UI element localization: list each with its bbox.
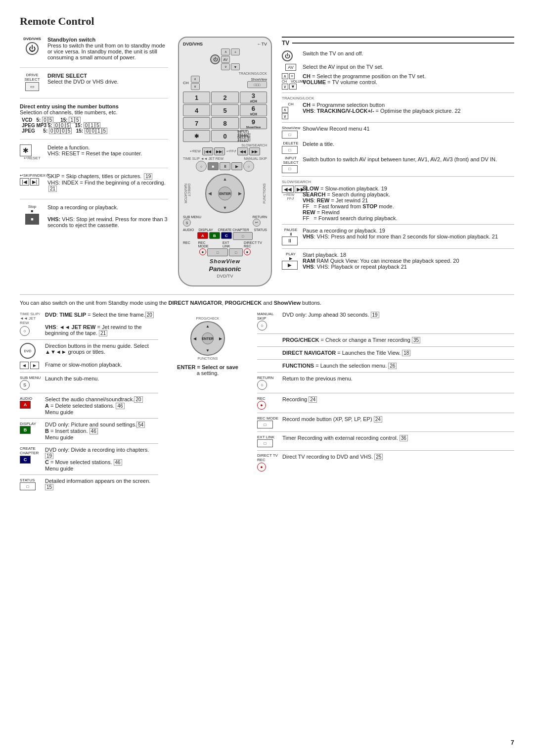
bottom-nav-up[interactable]: ▲	[206, 324, 210, 329]
tv-av-icon: AV	[285, 64, 296, 71]
remote-timeslip-btn[interactable]: ○	[196, 161, 207, 172]
number-buttons-section: Direct entry using the number buttons Se…	[20, 103, 168, 140]
remote-nav-up[interactable]: ▲	[223, 177, 227, 182]
remote-display-btn[interactable]: B	[209, 232, 220, 239]
remote-status-btn[interactable]: □	[233, 232, 253, 240]
bottom-enter-btn[interactable]: ENTER	[202, 332, 214, 344]
remote-rec-label: REC	[183, 241, 190, 248]
chapter-label: CREATECHAPTER	[20, 447, 43, 456]
remote-track-dn-btn[interactable]: ∨	[191, 83, 200, 90]
bottom-frame-desc: Frame or slow-motion playback.	[45, 362, 158, 368]
remote-av-btn[interactable]: AV	[221, 56, 230, 63]
chapter-page-ref: 19	[45, 453, 53, 459]
remote-vol-plus-btn[interactable]: +	[231, 48, 240, 55]
tv-av-icon-area: AV	[282, 64, 300, 71]
remote-btn-9-sv[interactable]: 9 ShowView	[240, 117, 267, 129]
standby-text: Press to switch the unit from on to stan…	[47, 43, 165, 60]
remote-power-btn[interactable]: ⏻	[210, 54, 220, 64]
rew-icon: ◀◀	[282, 186, 294, 193]
vhs-stop-text: VHS: Stop jet rewind. Press for more tha…	[47, 216, 168, 228]
remote-functions-label: FUNCTIONS	[263, 184, 266, 204]
remote-display-label: DISPLAY	[199, 228, 213, 232]
remote-play-btn[interactable]: ▶	[231, 162, 242, 170]
rec-dot-icon: ●	[257, 401, 266, 410]
recmode-page-ref: 24	[374, 416, 382, 423]
directtvrec-text: Direct TV recording to DVD and VHS.	[282, 454, 373, 460]
remote-track-up-btn[interactable]: ∧	[191, 76, 200, 83]
directtvrec-label: DIRECT TV REC	[257, 454, 280, 463]
remote-ch-down-btn[interactable]: ∨	[221, 63, 230, 70]
remote-audio-btn[interactable]: A	[197, 232, 208, 239]
bottom-extlink-desc: Timer Recording with external recording …	[282, 435, 514, 441]
slow-page-ref: 19	[381, 186, 387, 191]
remote-submenu-btn[interactable]: S	[183, 219, 191, 227]
showview-item: ShowView □ ShowView Record menu 41	[282, 126, 514, 139]
remote-next-btn[interactable]: ▶▶|	[214, 147, 225, 155]
remote-btn-8[interactable]: 8	[211, 117, 238, 129]
remote-btn-4[interactable]: 4	[183, 104, 210, 116]
remote-extlink-btn[interactable]: □	[229, 248, 243, 256]
right-column: TV ⏻ Switch the TV on and off. AV Select…	[277, 37, 514, 286]
remote-btn-star[interactable]: ✱	[183, 130, 210, 142]
vhs-reset-text: VHS: RESET = Reset the tape counter.	[47, 150, 142, 156]
remote-directtvrec-btn[interactable]: ●	[244, 248, 251, 255]
remote-manualskip-label: MANUAL SKIP	[244, 157, 267, 160]
standby-section: DVD/VHS ⏻ Standby/on switch Press to swi…	[20, 37, 168, 68]
remote-enter-btn[interactable]: ENTER	[218, 187, 232, 200]
remote-return-btn[interactable]: ↩	[253, 219, 261, 227]
remote-transport-row2: ○ ■ ⏸ ▶ ○	[183, 161, 267, 172]
remote-btn-5[interactable]: 5	[211, 104, 238, 116]
pause-icon: ⏸	[282, 236, 298, 245]
tv-ch-label: CH	[303, 73, 311, 79]
skip-index-section: ↩SKIP/INDEX↺ |◀ ▶| SKIP = Skip chapters,…	[20, 173, 168, 199]
remote-nav-down[interactable]: ▼	[223, 205, 227, 210]
stop-text: Stop a recording or playback.	[47, 204, 118, 210]
timeslip-page-ref: 20	[145, 312, 154, 318]
remote-stop-btn[interactable]: ■	[208, 162, 219, 170]
recmode-icon: □	[257, 421, 273, 428]
remote-btn-0[interactable]: 0	[211, 130, 238, 142]
tracking-ch-text: CH	[282, 102, 300, 106]
play-page-ref2: 20	[453, 258, 459, 264]
remote-btn-1[interactable]: 1	[183, 92, 210, 103]
remote-rew2-btn[interactable]: ◀◀	[237, 147, 248, 155]
remote-power-row: ⏻ ∧ + AV ∨ ▼	[183, 48, 267, 70]
br-recmode-icon-area: REC MODE □	[257, 416, 280, 428]
remote-btn-3-ch[interactable]: 3 ∧CH	[240, 92, 267, 103]
remote-ch-up-btn[interactable]: ∧	[221, 48, 230, 55]
remote-rec-btn[interactable]: ●	[199, 248, 206, 255]
remote-btn-7[interactable]: 7	[183, 117, 210, 129]
remote-chapter-btn[interactable]: C	[221, 232, 232, 239]
remote-prev-btn[interactable]: |◀◀	[202, 147, 213, 155]
bottom-nav-right[interactable]: ▶	[219, 336, 222, 341]
standby-icon-area: DVD/VHS ⏻	[20, 37, 44, 55]
remote-pause-btn[interactable]: ⏸	[220, 162, 230, 170]
remote-showview-btn[interactable]: □□□	[247, 81, 267, 88]
remote-input-select-btn[interactable]: INPUTSELECT	[240, 130, 249, 136]
rec-text: Recording	[282, 396, 307, 402]
remote-btn-2[interactable]: 2	[211, 92, 238, 103]
timeslip-circle-icon: ○	[20, 326, 30, 336]
display-b-btn: B	[20, 426, 31, 434]
bottom-nav-down[interactable]: ▼	[206, 348, 210, 353]
standby-desc: Standby/on switch Press to switch the un…	[47, 37, 168, 60]
stop-label-small: Stop■	[20, 204, 44, 213]
tv-av-desc: Select the AV input on the TV set.	[303, 64, 514, 70]
remote-delete-select-btn[interactable]: DELETESELECT	[240, 136, 249, 142]
bottom-nav-left[interactable]: ◀	[193, 336, 196, 341]
remote-nav-left[interactable]: ◀	[208, 191, 212, 196]
delete-reset-section: ✱ ↩RESET Delete a function. VHS: RESET =…	[20, 144, 168, 168]
play-desc: Start playback. 18 RAM RAM Quick View: Y…	[303, 252, 514, 270]
bottom-manualskip-item: MANUAL SKIP ○ DVD only: Jump ahead 30 se…	[257, 312, 514, 331]
bottom-grid: TIME SLIP/◄◄ JET REW ○ DVD: TIME SLIP = …	[20, 312, 514, 493]
remote-manualskip-btn[interactable]: ○	[243, 161, 254, 172]
remote-nav-right[interactable]: ▶	[238, 191, 242, 196]
bottom-chapter-item: CREATECHAPTER C DVD only: Divide a recor…	[20, 447, 158, 472]
remote-btn-6-ch[interactable]: 6 ∨CH	[240, 104, 267, 116]
bottom-nav-area: PROG/CHECK ENTER ▲ ▼ ◀ ▶ FUNCTIONS ENTER…	[177, 317, 238, 376]
remote-ff2-btn[interactable]: ▶▶	[249, 147, 260, 155]
delete-icon: □	[282, 146, 298, 154]
remote-vol-btn[interactable]: ▼	[231, 63, 240, 70]
remote-recmode-btn[interactable]: □	[207, 248, 228, 256]
b-divider5	[20, 443, 158, 444]
